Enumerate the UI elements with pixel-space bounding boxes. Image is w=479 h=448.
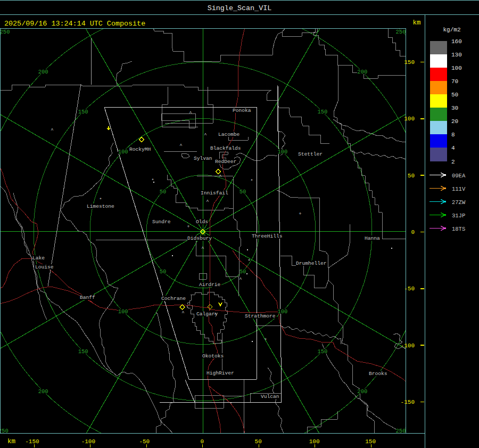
svg-text:Brooks: Brooks	[369, 371, 387, 377]
svg-text:100: 100	[309, 438, 320, 445]
svg-text:Airdrie: Airdrie	[199, 282, 221, 288]
svg-text:^: ^	[206, 199, 209, 205]
svg-text:-100: -100	[401, 343, 415, 349]
svg-text:Limestone: Limestone	[87, 203, 114, 209]
svg-text:250: 250	[396, 29, 406, 35]
svg-text:50: 50	[160, 189, 167, 195]
svg-text:20: 20	[451, 118, 458, 125]
svg-text:km: km	[7, 438, 15, 445]
svg-text:-150: -150	[401, 399, 415, 405]
svg-text:50: 50	[408, 173, 415, 179]
svg-text:160: 160	[451, 38, 462, 45]
svg-text:Didsbury: Didsbury	[187, 235, 212, 241]
svg-text:50: 50	[451, 92, 458, 98]
svg-text:Cochrane: Cochrane	[161, 296, 186, 302]
svg-text:111V: 111V	[452, 186, 466, 192]
svg-text:130: 130	[451, 52, 462, 58]
svg-text:Okotoks: Okotoks	[202, 353, 224, 359]
svg-text:100: 100	[404, 116, 415, 122]
svg-text:250: 250	[0, 428, 9, 434]
svg-text:+: +	[299, 211, 301, 217]
svg-text:Hanna: Hanna	[365, 235, 380, 241]
svg-text:150: 150	[78, 109, 88, 115]
svg-text:4: 4	[451, 145, 455, 151]
svg-text:0: 0	[200, 438, 204, 445]
svg-text:-50: -50	[139, 438, 150, 445]
svg-text:Strathmore: Strathmore	[245, 313, 276, 319]
svg-text:*: *	[250, 179, 253, 184]
svg-text:100: 100	[118, 149, 128, 155]
svg-text:^: ^	[219, 174, 221, 180]
svg-text:0: 0	[411, 229, 415, 235]
svg-text:2025/09/16 13:24:14 UTC Compos: 2025/09/16 13:24:14 UTC Composite	[4, 20, 145, 28]
svg-text:50: 50	[240, 268, 246, 275]
svg-text:-100: -100	[81, 438, 95, 445]
svg-text:RedDeer: RedDeer	[215, 159, 236, 165]
svg-text:RockyMH: RockyMH	[129, 146, 151, 152]
svg-text:200: 200	[357, 69, 367, 75]
svg-text:Sundre: Sundre	[152, 219, 171, 225]
svg-text:+: +	[187, 224, 189, 230]
svg-text:30: 30	[451, 105, 458, 111]
svg-text:HighRiver: HighRiver	[207, 370, 234, 376]
svg-text:km: km	[412, 19, 420, 27]
svg-text:^: ^	[204, 133, 207, 138]
svg-text:Banff: Banff	[80, 295, 95, 300]
svg-text:09EA: 09EA	[452, 173, 466, 179]
svg-text:Sylvan: Sylvan	[194, 156, 212, 161]
svg-text:100: 100	[277, 308, 287, 315]
svg-text:250: 250	[396, 428, 406, 434]
svg-text:Stettler: Stettler	[298, 151, 323, 157]
svg-text:Vulcan: Vulcan	[261, 394, 279, 400]
svg-text:^: ^	[51, 128, 53, 133]
svg-text:Ponoka: Ponoka	[233, 108, 251, 113]
svg-text:50: 50	[160, 268, 167, 275]
svg-text:-150: -150	[25, 438, 39, 445]
svg-text:Louise: Louise	[35, 264, 54, 270]
svg-text:^: ^	[179, 143, 182, 149]
svg-text:2: 2	[451, 159, 455, 165]
svg-text:150: 150	[317, 109, 327, 115]
svg-text:^: ^	[181, 311, 184, 316]
svg-text:Lake: Lake	[32, 255, 45, 261]
svg-text:Drumheller: Drumheller	[296, 260, 327, 266]
svg-text:150: 150	[317, 348, 327, 355]
svg-text:31JP: 31JP	[452, 213, 465, 219]
svg-text:^: ^	[239, 277, 242, 282]
svg-text:*: *	[151, 178, 154, 184]
svg-text:*: *	[99, 198, 102, 203]
svg-text:50: 50	[240, 189, 246, 195]
svg-text:^: ^	[201, 246, 204, 251]
svg-text:200: 200	[38, 388, 48, 395]
svg-text:+: +	[264, 337, 267, 343]
svg-text:100: 100	[277, 149, 287, 155]
svg-text:250: 250	[0, 29, 10, 35]
svg-text:Olds: Olds	[196, 219, 208, 225]
svg-text:Innisfail: Innisfail	[201, 190, 228, 196]
svg-text:150: 150	[365, 438, 376, 445]
svg-text:150: 150	[404, 59, 415, 66]
svg-text:kg/m2: kg/m2	[443, 27, 460, 33]
svg-text:-50: -50	[404, 286, 415, 292]
svg-text:ThreeHills: ThreeHills	[252, 233, 283, 239]
svg-text:^: ^	[189, 111, 192, 116]
svg-text:200: 200	[357, 388, 367, 395]
svg-text:18TS: 18TS	[452, 226, 465, 232]
svg-text:Blackfalds: Blackfalds	[210, 145, 241, 151]
svg-text:Single_Scan_VIL: Single_Scan_VIL	[208, 4, 272, 12]
svg-text:150: 150	[78, 348, 88, 355]
svg-text:8: 8	[451, 132, 455, 138]
svg-text:100: 100	[451, 65, 462, 71]
svg-text:100: 100	[118, 308, 128, 315]
svg-text:70: 70	[451, 78, 458, 85]
svg-text:50: 50	[255, 438, 262, 445]
svg-text:Lacombe: Lacombe	[218, 132, 240, 137]
svg-text:27ZW: 27ZW	[452, 199, 466, 206]
svg-text:^: ^	[214, 312, 217, 317]
svg-text:200: 200	[38, 69, 48, 75]
